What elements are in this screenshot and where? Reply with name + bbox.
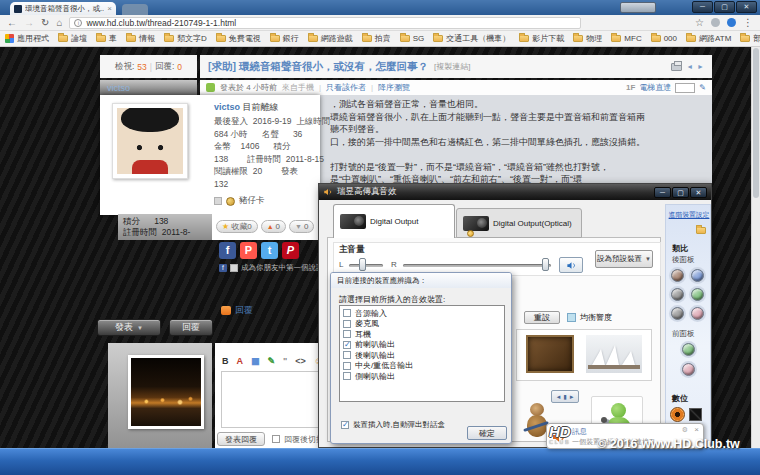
link-icon[interactable]: ✎ <box>268 356 276 366</box>
plurk-icon[interactable]: P <box>240 242 257 259</box>
profile-username[interactable]: victso <box>214 102 240 112</box>
audio-jack-icon[interactable] <box>691 307 704 320</box>
audio-jack-icon[interactable] <box>682 343 695 356</box>
facebook-icon[interactable]: f <box>219 242 236 259</box>
bookmark-item[interactable]: MFC <box>611 33 641 44</box>
bookmark-item[interactable]: 拍賣 <box>362 33 391 44</box>
new-post-button[interactable]: 發表▼ <box>97 319 161 336</box>
loudness-checkbox[interactable] <box>567 313 576 322</box>
bookmark-star-icon[interactable]: ☆ <box>695 18 704 28</box>
device-option[interactable]: 側喇叭輸出 <box>343 371 501 382</box>
bookmark-item[interactable]: 000 <box>651 33 677 44</box>
extension-icon-blue[interactable] <box>727 18 736 27</box>
home-icon[interactable]: ⌂ <box>56 18 62 28</box>
device-option[interactable]: 中央/重低音輸出 <box>343 361 501 372</box>
device-checkbox[interactable] <box>343 330 351 338</box>
audio-jack-icon[interactable] <box>671 288 684 301</box>
minimize-button[interactable]: ─ <box>692 1 713 13</box>
prev-thread-icon[interactable]: ◄ <box>686 63 693 70</box>
balance-slider[interactable] <box>349 264 383 267</box>
bookmark-item[interactable]: 情報 <box>126 33 155 44</box>
jump-icon[interactable]: ✎ <box>699 83 706 92</box>
next-thread-icon[interactable]: ► <box>697 63 704 70</box>
quick-reply-link[interactable]: 回覆 <box>221 304 253 317</box>
apps-shortcut[interactable]: 應用程式 <box>5 33 49 44</box>
quote-icon[interactable]: " <box>283 356 287 366</box>
elevator-link[interactable]: 電梯直達 <box>639 82 671 93</box>
device-dialog-title[interactable]: 目前連接的裝置應辨識為： <box>331 273 511 288</box>
balance-thumb[interactable] <box>359 258 366 271</box>
thread-author-link[interactable]: victso <box>107 83 130 93</box>
bookmark-item[interactable]: 物理 <box>573 33 602 44</box>
avatar[interactable] <box>112 103 188 179</box>
page-info-icon[interactable]: i <box>74 19 82 27</box>
forward-icon[interactable]: → <box>24 18 34 28</box>
tab-digital-output[interactable]: Digital Output <box>333 204 455 238</box>
settings-wrench-icon[interactable]: ⚙ <box>682 426 688 434</box>
bold-icon[interactable]: B <box>222 356 229 366</box>
audio-jack-icon[interactable] <box>682 363 695 376</box>
audio-jack-icon[interactable] <box>691 288 704 301</box>
volume-thumb[interactable] <box>542 258 549 271</box>
upvote-button[interactable]: ▲0 <box>261 220 286 233</box>
mute-button[interactable] <box>559 257 583 273</box>
realtek-minimize-button[interactable]: ─ <box>654 187 671 198</box>
bookmark-item[interactable]: 論壇 <box>58 33 87 44</box>
after-reply-checkbox[interactable] <box>272 435 280 443</box>
auto-popup-row[interactable]: 裝置插入時,自動彈出對話盒 <box>341 420 445 430</box>
back-icon[interactable]: ← <box>7 18 17 28</box>
twitter-icon[interactable]: t <box>261 242 278 259</box>
device-option[interactable]: 後喇叭輸出 <box>343 350 501 361</box>
realtek-close-button[interactable]: ✕ <box>690 187 707 198</box>
audio-jack-icon[interactable] <box>691 269 704 282</box>
set-default-device-button[interactable]: 設為預設裝置▼ <box>595 250 653 268</box>
bookmark-item[interactable]: 網路遊戲 <box>308 33 353 44</box>
realtek-maximize-button[interactable]: ▢ <box>672 187 689 198</box>
reset-button[interactable]: 重設 <box>524 311 560 324</box>
code-icon[interactable]: <> <box>295 356 306 366</box>
titlebar-extra-button[interactable] <box>620 2 656 13</box>
url-bar[interactable]: i www.hd.club.tw/thread-210749-1-1.html <box>69 17 581 29</box>
device-checkbox[interactable] <box>343 362 351 370</box>
device-option[interactable]: 音源輸入 <box>343 308 501 319</box>
optical-port-icon[interactable] <box>689 408 702 421</box>
advanced-settings-link[interactable]: 進階裝置設定 <box>666 210 712 220</box>
copy-link[interactable]: [複製連結] <box>434 61 470 72</box>
bookmark-item[interactable]: 免費電視 <box>216 33 261 44</box>
extension-icon[interactable] <box>711 18 720 27</box>
device-option[interactable]: 前喇叭輸出 <box>343 340 501 351</box>
tab-digital-output-optical[interactable]: Digital Output(Optical) <box>456 208 582 238</box>
bookmark-item[interactable]: 影片下載 <box>519 33 564 44</box>
auto-popup-checkbox[interactable] <box>341 421 349 429</box>
background-tab[interactable] <box>122 4 148 15</box>
bookmark-item[interactable]: 類文字D <box>164 33 207 44</box>
device-option[interactable]: 麥克風 <box>343 319 501 330</box>
room-environment-thumbnail[interactable] <box>526 335 574 373</box>
opera-house-thumbnail[interactable] <box>586 335 642 373</box>
color-icon[interactable]: A <box>237 356 244 366</box>
submit-reply-button[interactable]: 發表回覆 <box>217 432 265 446</box>
browser-tab[interactable]: 環境音箱聲音很小，或... × <box>10 2 116 15</box>
device-checkbox[interactable] <box>343 320 351 328</box>
downvote-button[interactable]: ▼0 <box>289 220 314 233</box>
bookmark-item[interactable]: 網路ATM <box>686 33 731 44</box>
tab-close-icon[interactable]: × <box>107 5 112 13</box>
bookmark-item[interactable]: 部落格 <box>740 33 760 44</box>
browser-menu-icon[interactable]: ⋮ <box>743 18 753 28</box>
preset-stepper-button[interactable]: ◄▮► <box>551 390 579 403</box>
close-button[interactable]: ✕ <box>736 1 757 13</box>
favorite-button[interactable]: ★收藏0 <box>216 220 258 233</box>
reply-button[interactable]: 回覆 <box>169 319 213 336</box>
realtek-titlebar[interactable]: 瑞昱高傳真音效 ─ ▢ ✕ <box>319 184 711 200</box>
pinterest-icon[interactable]: P <box>282 242 299 259</box>
reload-icon[interactable]: ↻ <box>41 18 49 28</box>
only-author-link[interactable]: 只看該作者 <box>326 82 366 93</box>
sort-order-link[interactable]: 降序瀏覽 <box>378 82 410 93</box>
ok-button[interactable]: 確定 <box>467 426 507 440</box>
spdif-rca-jack-icon[interactable] <box>670 407 685 422</box>
bookmark-item[interactable]: 銀行 <box>270 33 299 44</box>
bookmark-item[interactable]: SG <box>400 33 425 44</box>
maximize-button[interactable]: ▢ <box>714 1 735 13</box>
bookmark-item[interactable]: 交通工具（機車） <box>433 33 510 44</box>
folder-icon[interactable] <box>696 227 706 234</box>
